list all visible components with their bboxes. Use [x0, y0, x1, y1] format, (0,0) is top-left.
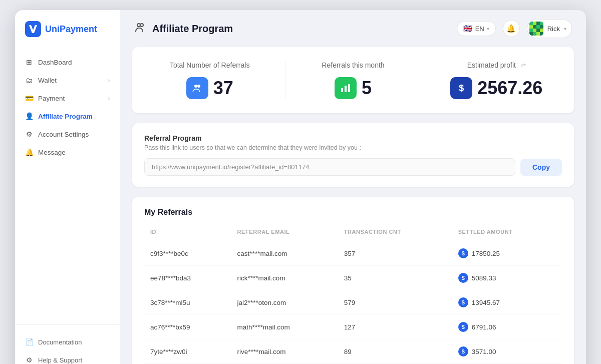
- sidebar-item-label: Account Settings: [38, 131, 89, 138]
- svg-point-21: [197, 85, 200, 88]
- topbar: Affiliate Program 🇬🇧 EN ▾ 🔔: [120, 10, 586, 47]
- wallet-icon: 🗂: [25, 76, 33, 84]
- svg-rect-0: [25, 21, 41, 37]
- copy-button[interactable]: Copy: [520, 159, 562, 176]
- table-row: 7yte****zw0i rive****mail.com 89 $ 3571.…: [144, 339, 562, 364]
- sidebar-item-affiliate[interactable]: 👤 Affiliate Program: [15, 107, 120, 125]
- sidebar-item-dashboard[interactable]: ⊞ DashBoard: [15, 53, 120, 71]
- amount-value: 5089.33: [472, 274, 496, 282]
- sidebar-bottom: 📄 Documentation ⚙ Help & Support ↩ Log O…: [15, 324, 120, 364]
- col-id: ID: [144, 225, 231, 241]
- svg-rect-5: [533, 22, 536, 25]
- svg-rect-18: [536, 32, 540, 36]
- svg-rect-9: [533, 25, 536, 29]
- svg-point-20: [194, 85, 197, 88]
- referral-program-title: Referral Program: [144, 134, 562, 142]
- topbar-actions: 🇬🇧 EN ▾ 🔔: [457, 19, 572, 38]
- cell-id: ee78****bda3: [144, 266, 231, 290]
- cell-email: math****mail.com: [231, 315, 338, 339]
- referrals-badge-icon: [186, 77, 208, 99]
- svg-point-2: [140, 24, 143, 27]
- profit-badge-icon: $: [450, 77, 472, 99]
- svg-rect-10: [536, 25, 540, 29]
- sidebar-item-label: Documentation: [38, 338, 82, 346]
- table-row: ee78****bda3 rick****mail.com 35 $ 5089.…: [144, 266, 562, 290]
- account-icon: ⚙: [25, 130, 33, 138]
- stat-value-month: 5: [335, 77, 372, 99]
- svg-rect-8: [529, 25, 533, 29]
- stats-row: Total Number of Referrals 37: [132, 47, 574, 113]
- month-badge-icon: [335, 77, 357, 99]
- payment-icon: 💳: [25, 94, 33, 102]
- referral-program-section: Referral Program Pass this link to users…: [132, 123, 574, 187]
- stat-value-profit: $ 2567.26: [450, 77, 542, 99]
- affiliate-icon: 👤: [25, 112, 33, 120]
- chevron-down-icon: ›: [108, 96, 110, 101]
- avatar: [529, 22, 543, 36]
- cell-amount: $ 3571.00: [452, 339, 562, 364]
- sidebar: UniPayment ⊞ DashBoard 🗂 Wallet › 💳 Paym…: [15, 10, 120, 364]
- cell-amount: $ 6791.06: [452, 315, 562, 339]
- cell-id: c9f3****be0c: [144, 241, 231, 266]
- user-menu-button[interactable]: Rick ▾: [527, 19, 572, 38]
- sidebar-item-message[interactable]: 🔔 Message: [15, 143, 120, 161]
- dollar-badge-icon: $: [458, 322, 468, 332]
- stat-label-month: Referrals this month: [322, 61, 384, 69]
- sidebar-item-payment[interactable]: 💳 Payment ›: [15, 89, 120, 107]
- stat-card-referrals-total: Total Number of Referrals 37: [142, 61, 277, 99]
- svg-rect-7: [540, 22, 543, 25]
- svg-rect-22: [341, 88, 343, 92]
- stat-card-profit: Estimated profit ⇌ $ 2567.26: [429, 61, 564, 99]
- table-row: 3c78****ml5u jal2****oton.com 579 $ 1394…: [144, 290, 562, 315]
- sidebar-item-label: Help & Support: [38, 356, 82, 364]
- sidebar-nav: ⊞ DashBoard 🗂 Wallet › 💳 Payment › 👤 Aff…: [15, 49, 120, 324]
- cell-tx: 357: [338, 241, 452, 266]
- user-name: Rick: [547, 25, 560, 33]
- docs-icon: 📄: [25, 338, 33, 346]
- amount-value: 3571.00: [472, 348, 496, 355]
- stat-value-number: 37: [213, 78, 233, 99]
- sidebar-item-support[interactable]: ⚙ Help & Support: [15, 351, 120, 364]
- svg-rect-11: [540, 25, 543, 29]
- dollar-badge-icon: $: [458, 248, 468, 258]
- sidebar-item-label: Message: [38, 149, 66, 156]
- svg-rect-17: [533, 32, 536, 36]
- svg-rect-13: [533, 29, 536, 32]
- svg-rect-15: [540, 29, 543, 32]
- language-button[interactable]: 🇬🇧 EN ▾: [457, 21, 496, 36]
- svg-rect-16: [529, 32, 533, 36]
- cell-tx: 579: [338, 290, 452, 315]
- cell-email: rick****mail.com: [231, 266, 338, 290]
- table-header: ID REFERRAL EMAIL TRANSACTION CNT SETTLE…: [144, 225, 562, 241]
- logo-icon: [25, 21, 41, 37]
- cell-email: rive****mail.com: [231, 339, 338, 364]
- sidebar-item-label: Wallet: [38, 77, 57, 84]
- app-container: UniPayment ⊞ DashBoard 🗂 Wallet › 💳 Paym…: [15, 10, 586, 364]
- stat-value-total: 37: [186, 77, 233, 99]
- affiliate-header-icon: [134, 22, 146, 36]
- svg-rect-23: [345, 86, 347, 92]
- table-row: ac76****bx59 math****mail.com 127 $ 6791…: [144, 315, 562, 339]
- sidebar-item-wallet[interactable]: 🗂 Wallet ›: [15, 71, 120, 89]
- referral-link-input[interactable]: [144, 158, 515, 176]
- cell-tx: 89: [338, 339, 452, 364]
- referrals-tbody: c9f3****be0c cast****mail.com 357 $ 1785…: [144, 241, 562, 364]
- notification-button[interactable]: 🔔: [503, 20, 520, 37]
- exchange-icon[interactable]: ⇌: [521, 62, 526, 69]
- message-icon: 🔔: [25, 148, 33, 156]
- flag-icon: 🇬🇧: [463, 24, 473, 33]
- svg-rect-4: [529, 22, 533, 25]
- referral-link-row: Copy: [144, 158, 562, 176]
- page-title: Affiliate Program: [152, 23, 451, 35]
- sidebar-item-account[interactable]: ⚙ Account Settings: [15, 125, 120, 143]
- sidebar-item-docs[interactable]: 📄 Documentation: [15, 333, 120, 351]
- stat-label-total: Total Number of Referrals: [170, 61, 250, 69]
- cell-id: ac76****bx59: [144, 315, 231, 339]
- cell-id: 3c78****ml5u: [144, 290, 231, 315]
- user-chevron-icon: ▾: [564, 26, 566, 32]
- chevron-down-icon: ›: [108, 78, 110, 83]
- cell-id: 7yte****zw0i: [144, 339, 231, 364]
- logo-text: UniPayment: [45, 24, 97, 35]
- sidebar-item-label: Affiliate Program: [38, 113, 93, 120]
- dollar-badge-icon: $: [458, 297, 468, 307]
